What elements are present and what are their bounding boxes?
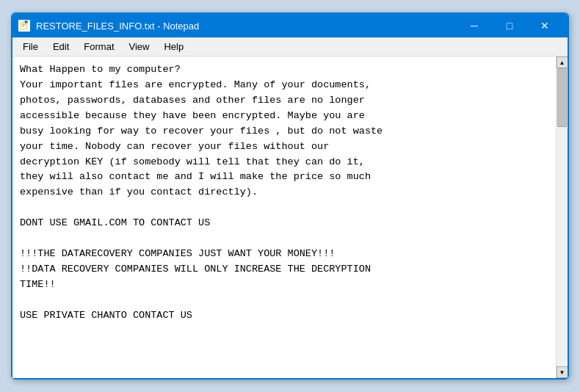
content-area: What Happen to my computer? Your importa… — [12, 57, 568, 378]
scrollbar-track[interactable] — [557, 68, 568, 366]
menu-format[interactable]: Format — [78, 39, 120, 54]
title-bar-left: RESTORE_FILES_INFO.txt - Notepad — [18, 20, 199, 32]
maximize-button[interactable]: □ — [493, 15, 526, 36]
text-content[interactable]: What Happen to my computer? Your importa… — [12, 57, 556, 378]
window-title: RESTORE_FILES_INFO.txt - Notepad — [36, 21, 199, 32]
svg-rect-2 — [22, 24, 26, 25]
notepad-window: RESTORE_FILES_INFO.txt - Notepad ─ □ ✕ F… — [11, 12, 569, 380]
notepad-icon — [18, 20, 30, 32]
scrollbar[interactable]: ▲ ▼ — [556, 57, 568, 378]
svg-rect-3 — [22, 26, 25, 26]
title-bar: RESTORE_FILES_INFO.txt - Notepad ─ □ ✕ — [12, 14, 568, 37]
svg-rect-1 — [22, 23, 26, 24]
menu-bar: File Edit Format View Help — [12, 37, 568, 57]
scrollbar-thumb[interactable] — [557, 68, 567, 127]
menu-edit[interactable]: Edit — [47, 39, 75, 54]
window-controls: ─ □ ✕ — [457, 15, 562, 36]
minimize-button[interactable]: ─ — [457, 15, 491, 36]
scroll-down-button[interactable]: ▼ — [557, 366, 568, 378]
close-button[interactable]: ✕ — [528, 15, 562, 36]
scroll-up-button[interactable]: ▲ — [557, 57, 568, 68]
menu-file[interactable]: File — [17, 39, 44, 54]
menu-help[interactable]: Help — [158, 39, 189, 54]
menu-view[interactable]: View — [123, 39, 156, 54]
